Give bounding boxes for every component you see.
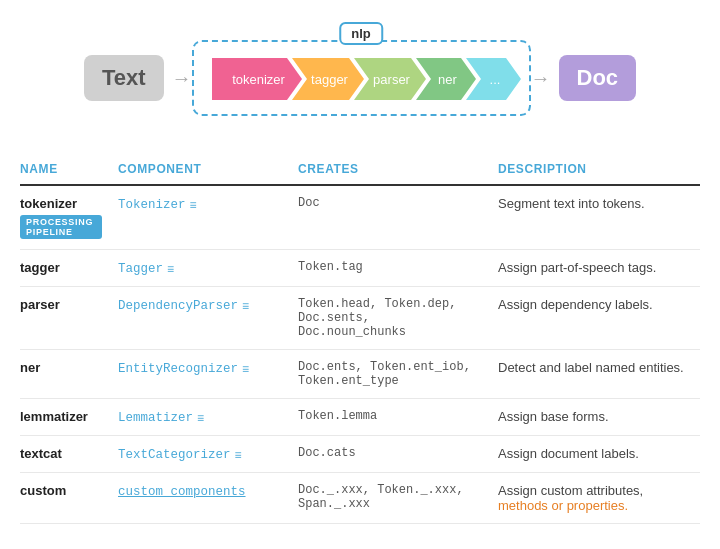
component-name: Tokenizer — [118, 198, 186, 212]
cell-creates: Doc.cats — [290, 436, 490, 473]
cell-creates: Doc.ents, Token.ent_iob, Token.ent_type — [290, 350, 490, 399]
doc-node: Doc — [559, 55, 637, 101]
table-row: tokenizerPROCESSING PIPELINETokenizer≡Do… — [20, 185, 700, 250]
cell-component[interactable]: custom components — [110, 473, 290, 524]
cell-name: textcat — [20, 436, 110, 473]
table-row: taggerTagger≡Token.tagAssign part-of-spe… — [20, 250, 700, 287]
menu-icon[interactable]: ≡ — [197, 411, 204, 425]
cell-component: TextCategorizer≡ — [110, 436, 290, 473]
table-row: textcatTextCategorizer≡Doc.catsAssign do… — [20, 436, 700, 473]
arrow-text-to-pipeline — [172, 70, 192, 86]
cell-description: Segment text into tokens. — [490, 185, 700, 250]
cell-name: custom — [20, 473, 110, 524]
component-name: TextCategorizer — [118, 448, 231, 462]
component-name: Tagger — [118, 262, 163, 276]
cell-name: parser — [20, 287, 110, 350]
col-name: NAME — [20, 156, 110, 185]
component-name: Lemmatizer — [118, 411, 193, 425]
cell-description: Detect and label named entities. — [490, 350, 700, 399]
pipe-components: tokenizer tagger parser — [212, 58, 511, 100]
menu-icon[interactable]: ≡ — [242, 362, 249, 376]
cell-component: DependencyParser≡ — [110, 287, 290, 350]
text-node: Text — [84, 55, 164, 101]
pipeline-diagram: Text nlp tokenizer tagger — [20, 20, 700, 146]
cell-component: Tokenizer≡ — [110, 185, 290, 250]
col-description: DESCRIPTION — [490, 156, 700, 185]
table-header: NAME COMPONENT CREATES DESCRIPTION — [20, 156, 700, 185]
col-component: COMPONENT — [110, 156, 290, 185]
pipe-tokenizer[interactable]: tokenizer — [212, 58, 302, 100]
menu-icon[interactable]: ≡ — [190, 198, 197, 212]
pipe-more[interactable]: ... — [466, 58, 521, 100]
processing-pipeline-badge: PROCESSING PIPELINE — [20, 215, 102, 239]
col-creates: CREATES — [290, 156, 490, 185]
arrow-pipeline-to-doc — [531, 70, 551, 86]
cell-creates: Token.head, Token.dep, Doc.sents, Doc.no… — [290, 287, 490, 350]
cell-description: Assign base forms. — [490, 399, 700, 436]
cell-component: Lemmatizer≡ — [110, 399, 290, 436]
menu-icon[interactable]: ≡ — [235, 448, 242, 462]
cell-description: Assign custom attributes, methods or pro… — [490, 473, 700, 524]
cell-creates: Doc — [290, 185, 490, 250]
nlp-badge: nlp — [339, 22, 383, 45]
cell-description: Assign document labels. — [490, 436, 700, 473]
table-row: lemmatizerLemmatizer≡Token.lemmaAssign b… — [20, 399, 700, 436]
cell-creates: Doc._.xxx, Token._.xxx, Span._.xxx — [290, 473, 490, 524]
table-row: nerEntityRecognizer≡Doc.ents, Token.ent_… — [20, 350, 700, 399]
nlp-container: nlp tokenizer tagger — [192, 40, 531, 116]
component-name: EntityRecognizer — [118, 362, 238, 376]
table-row: parserDependencyParser≡Token.head, Token… — [20, 287, 700, 350]
menu-icon[interactable]: ≡ — [167, 262, 174, 276]
cell-name: tokenizerPROCESSING PIPELINE — [20, 185, 110, 250]
pipeline-box: tokenizer tagger parser — [192, 40, 531, 116]
cell-name: ner — [20, 350, 110, 399]
table-row: customcustom componentsDoc._.xxx, Token.… — [20, 473, 700, 524]
pipeline-table: NAME COMPONENT CREATES DESCRIPTION token… — [20, 156, 700, 524]
menu-icon[interactable]: ≡ — [242, 299, 249, 313]
cell-description: Assign part-of-speech tags. — [490, 250, 700, 287]
cell-creates: Token.lemma — [290, 399, 490, 436]
component-link[interactable]: custom components — [118, 485, 246, 499]
cell-name: tagger — [20, 250, 110, 287]
cell-description: Assign dependency labels. — [490, 287, 700, 350]
cell-component: EntityRecognizer≡ — [110, 350, 290, 399]
cell-component: Tagger≡ — [110, 250, 290, 287]
component-name: DependencyParser — [118, 299, 238, 313]
cell-creates: Token.tag — [290, 250, 490, 287]
cell-name: lemmatizer — [20, 399, 110, 436]
